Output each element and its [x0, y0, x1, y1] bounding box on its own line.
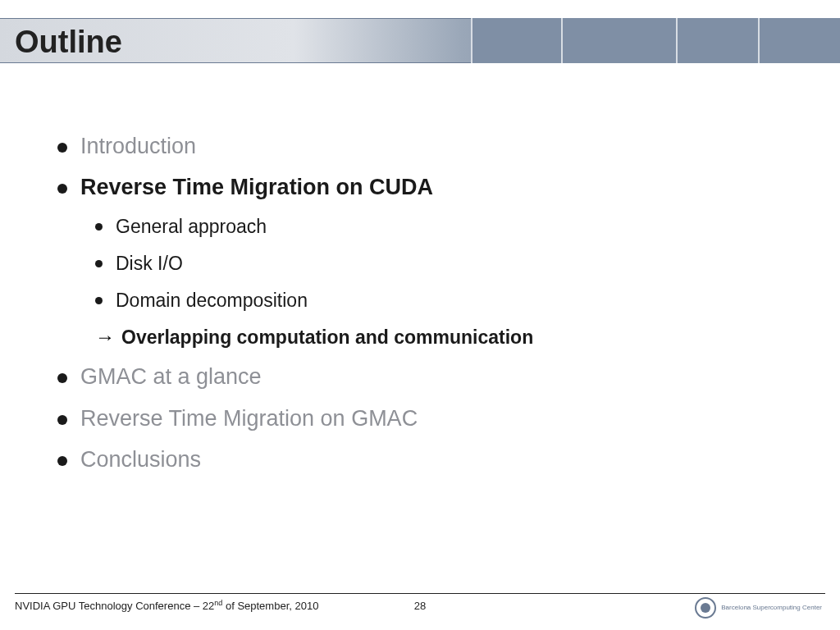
bullet-icon — [57, 184, 67, 194]
header-thumb — [561, 18, 676, 63]
footer-pagenum: 28 — [414, 600, 426, 612]
bullet-icon — [95, 297, 103, 304]
item-label: Disk I/O — [116, 251, 183, 276]
arrow-icon: → — [95, 325, 113, 349]
logo-icon-inner — [701, 603, 710, 613]
item-label: Introduction — [80, 131, 196, 161]
list-item: Reverse Time Migration on CUDA — [57, 172, 791, 202]
list-item: Conclusions — [57, 445, 791, 474]
footer-conf-suffix: of September, 2010 — [222, 600, 318, 612]
bullet-icon — [57, 456, 67, 466]
list-item-sub: Domain decomposition — [95, 288, 791, 313]
bullet-icon — [95, 223, 103, 231]
item-label: Reverse Time Migration on GMAC — [80, 404, 418, 433]
list-item-sub: General approach — [95, 214, 791, 240]
bullet-icon — [57, 373, 67, 383]
footer-ordinal: nd — [214, 599, 222, 607]
list-item: Introduction — [57, 131, 791, 161]
item-label: Domain decomposition — [116, 288, 308, 313]
slide: Outline Introduction Reverse Time Migrat… — [0, 0, 840, 630]
bullet-icon — [57, 415, 67, 425]
item-label: GMAC at a glance — [80, 362, 262, 391]
slide-title: Outline — [15, 25, 122, 60]
content-area: Introduction Reverse Time Migration on C… — [57, 131, 791, 486]
footer-conference: NVIDIA GPU Technology Conference – 22nd … — [15, 599, 318, 612]
bullet-icon — [95, 260, 103, 267]
header-thumb — [676, 18, 758, 63]
bullet-icon — [57, 143, 67, 153]
list-item: GMAC at a glance — [57, 362, 791, 391]
logo-icon — [695, 597, 716, 619]
footer-conf-prefix: NVIDIA GPU Technology Conference – 22 — [15, 600, 214, 612]
list-item-sub: → Overlapping computation and communicat… — [95, 325, 791, 350]
list-item-sub: Disk I/O — [95, 251, 791, 276]
item-label: General approach — [116, 214, 267, 240]
footer-logo: Barcelona Supercomputing Center — [695, 597, 822, 619]
item-label: Conclusions — [80, 445, 201, 474]
list-item: Reverse Time Migration on GMAC — [57, 404, 791, 433]
header-thumb — [471, 18, 561, 63]
item-label: Overlapping computation and communicatio… — [121, 325, 533, 350]
item-label: Reverse Time Migration on CUDA — [80, 172, 433, 202]
footer-divider — [15, 593, 825, 594]
header-thumb — [758, 18, 840, 63]
header-imagestrip — [471, 18, 840, 63]
logo-text: Barcelona Supercomputing Center — [721, 605, 822, 612]
